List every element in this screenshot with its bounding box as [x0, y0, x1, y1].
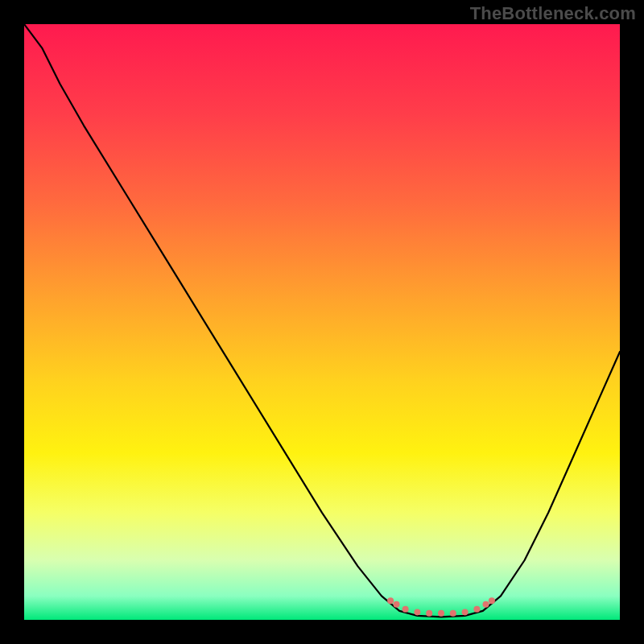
plot-area	[24, 24, 620, 620]
highlight-dot	[450, 610, 456, 617]
plot-svg	[24, 24, 620, 620]
highlight-dot	[394, 601, 400, 608]
highlight-dot	[489, 597, 495, 604]
highlight-dot	[426, 610, 432, 617]
watermark-text: TheBottleneck.com	[470, 3, 636, 24]
highlight-dot	[438, 610, 444, 617]
highlight-dot	[462, 609, 469, 615]
highlight-dot	[414, 609, 420, 615]
chart-frame: TheBottleneck.com	[0, 0, 644, 644]
highlight-dot	[402, 606, 409, 613]
gradient-background	[24, 24, 620, 620]
highlight-dot	[483, 601, 489, 608]
highlight-dot	[387, 597, 394, 604]
highlight-dot	[473, 606, 480, 613]
